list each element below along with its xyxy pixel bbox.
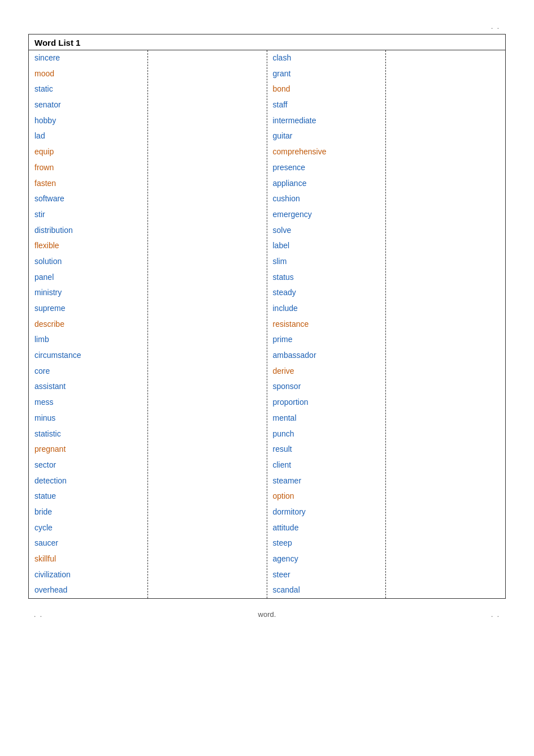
word-item: supreme [29, 301, 147, 317]
word-item: guitar [267, 128, 386, 144]
word-column-2: clashgrantbondstaffintermediateguitarcom… [267, 50, 387, 598]
word-item: cycle [29, 520, 147, 536]
word-item: clash [267, 50, 386, 66]
word-item: proportion [267, 395, 386, 411]
word-item: hobby [29, 113, 147, 129]
word-item: frown [29, 160, 147, 176]
word-item: circumstance [29, 348, 147, 364]
word-item: mental [267, 411, 386, 426]
word-item: flexible [29, 238, 147, 254]
empty-col-placeholder [386, 50, 505, 277]
word-item: bride [29, 504, 147, 520]
word-item: derive [267, 364, 386, 379]
word-item: resistance [267, 317, 386, 332]
word-item: mood [29, 66, 147, 82]
word-item: overhead [29, 582, 147, 598]
word-item: steady [267, 285, 386, 301]
empty-col-placeholder [148, 50, 267, 277]
bottom-area: . . word. . . [28, 610, 506, 619]
word-item: sincere [29, 50, 147, 66]
word-item: prime [267, 332, 386, 348]
word-item: appliance [267, 176, 386, 192]
word-column-1 [148, 50, 267, 598]
word-item: sponsor [267, 379, 386, 395]
word-column-0: sinceremoodstaticsenatorhobbyladequipfro… [29, 50, 148, 598]
word-item: stir [29, 207, 147, 223]
word-list-title: Word List 1 [29, 34, 505, 50]
word-item: distribution [29, 223, 147, 239]
word-item: panel [29, 270, 147, 286]
word-item: bond [267, 81, 386, 97]
word-item: include [267, 301, 386, 317]
word-item: slim [267, 254, 386, 270]
word-item: grant [267, 66, 386, 82]
word-item: steamer [267, 473, 386, 489]
word-item: punch [267, 426, 386, 442]
word-item: minus [29, 411, 147, 426]
word-item: result [267, 442, 386, 457]
word-item: solution [29, 254, 147, 270]
word-item: sector [29, 457, 147, 473]
word-item: presence [267, 160, 386, 176]
page: . . Word List 1 sinceremoodstaticsenator… [0, 0, 534, 756]
word-item: saucer [29, 535, 147, 551]
word-item: intermediate [267, 113, 386, 129]
word-item: cushion [267, 191, 386, 207]
word-item: fasten [29, 176, 147, 192]
word-item: ambassador [267, 348, 386, 364]
word-item: comprehensive [267, 144, 386, 160]
word-item: limb [29, 332, 147, 348]
word-item: ministry [29, 285, 147, 301]
word-item: mess [29, 395, 147, 411]
word-item: lad [29, 128, 147, 144]
word-item: steep [267, 535, 386, 551]
word-list-grid: sinceremoodstaticsenatorhobbyladequipfro… [29, 50, 505, 598]
word-item: steer [267, 567, 386, 583]
bottom-center-text: word. [258, 610, 276, 619]
word-list-container: Word List 1 sinceremoodstaticsenatorhobb… [28, 34, 506, 599]
word-item: senator [29, 97, 147, 113]
word-item: pregnant [29, 442, 147, 457]
word-item: dormitory [267, 504, 386, 520]
word-item: skillful [29, 551, 147, 567]
word-item: equip [29, 144, 147, 160]
word-item: staff [267, 97, 386, 113]
bottom-right-dots: . . [491, 611, 500, 619]
word-item: status [267, 270, 386, 286]
word-item: software [29, 191, 147, 207]
word-item: statue [29, 489, 147, 504]
bottom-left-dots: . . [34, 611, 43, 619]
word-item: core [29, 364, 147, 379]
word-column-3 [386, 50, 505, 598]
word-item: assistant [29, 379, 147, 395]
word-item: label [267, 238, 386, 254]
word-item: static [29, 81, 147, 97]
word-item: client [267, 457, 386, 473]
word-item: attitude [267, 520, 386, 536]
word-item: describe [29, 317, 147, 332]
word-item: scandal [267, 582, 386, 598]
word-item: agency [267, 551, 386, 567]
word-item: detection [29, 473, 147, 489]
word-item: emergency [267, 207, 386, 223]
top-dots: . . [491, 23, 500, 31]
word-item: statistic [29, 426, 147, 442]
word-item: civilization [29, 567, 147, 583]
word-item: solve [267, 223, 386, 239]
word-item: option [267, 489, 386, 504]
